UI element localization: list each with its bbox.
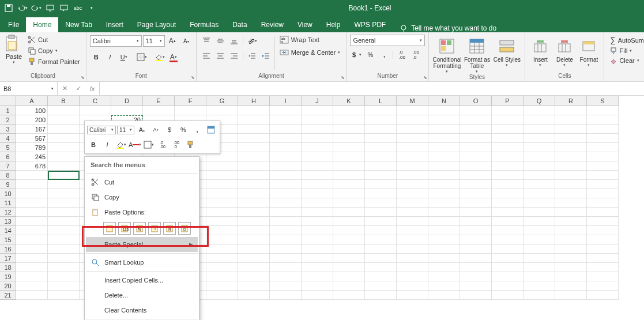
paste-formatting-icon[interactable]: % bbox=[163, 222, 176, 235]
orientation-icon[interactable]: ab▾ bbox=[246, 35, 258, 47]
cell[interactable] bbox=[302, 106, 333, 115]
cell[interactable] bbox=[428, 143, 460, 152]
cell[interactable] bbox=[16, 244, 48, 254]
cell[interactable]: 567 bbox=[16, 134, 48, 143]
cell[interactable] bbox=[365, 115, 397, 125]
spellcheck-icon[interactable]: abc bbox=[71, 2, 84, 14]
cell[interactable] bbox=[428, 235, 460, 244]
cell[interactable] bbox=[555, 189, 587, 198]
cell[interactable] bbox=[492, 171, 524, 180]
cell[interactable] bbox=[397, 244, 428, 254]
font-color-button[interactable]: A▾ bbox=[167, 51, 180, 63]
column-header[interactable]: K bbox=[333, 96, 365, 106]
paste-link-icon[interactable] bbox=[178, 222, 191, 235]
cell[interactable] bbox=[16, 226, 48, 235]
cell[interactable] bbox=[492, 291, 524, 300]
cell[interactable] bbox=[365, 235, 397, 244]
cell[interactable] bbox=[397, 106, 428, 115]
cell[interactable]: 245 bbox=[16, 152, 48, 161]
cell[interactable]: 200 bbox=[16, 115, 48, 125]
mini-table-icon[interactable] bbox=[205, 123, 217, 136]
bold-button[interactable]: B bbox=[90, 51, 103, 63]
increase-decimal-icon[interactable]: .0.00 bbox=[396, 48, 408, 61]
cell[interactable] bbox=[460, 161, 492, 171]
row-header[interactable]: 16 bbox=[0, 244, 16, 254]
cell[interactable] bbox=[524, 244, 555, 254]
mini-bold-icon[interactable]: B bbox=[87, 138, 100, 151]
cell[interactable] bbox=[492, 244, 524, 254]
cell[interactable] bbox=[555, 281, 587, 291]
column-header[interactable]: F bbox=[175, 96, 206, 106]
cell[interactable] bbox=[587, 263, 619, 272]
cell[interactable] bbox=[555, 134, 587, 143]
cell[interactable] bbox=[428, 106, 460, 115]
cell[interactable] bbox=[397, 180, 428, 189]
cell[interactable] bbox=[460, 217, 492, 226]
cell[interactable] bbox=[524, 125, 555, 134]
cell[interactable] bbox=[365, 254, 397, 263]
cell[interactable] bbox=[492, 226, 524, 235]
cell[interactable] bbox=[206, 281, 238, 291]
row-header[interactable]: 20 bbox=[0, 281, 16, 291]
cell[interactable] bbox=[238, 254, 270, 263]
cell[interactable] bbox=[492, 198, 524, 208]
cell[interactable] bbox=[587, 134, 619, 143]
cell[interactable] bbox=[270, 291, 302, 300]
cell[interactable] bbox=[302, 189, 333, 198]
cell[interactable] bbox=[48, 254, 80, 263]
mini-border-icon[interactable]: ▾ bbox=[142, 138, 155, 151]
cell[interactable] bbox=[238, 134, 270, 143]
cell[interactable] bbox=[397, 208, 428, 217]
cell[interactable] bbox=[587, 281, 619, 291]
qat-more-icon[interactable]: ▾ bbox=[85, 2, 98, 14]
cell[interactable] bbox=[555, 180, 587, 189]
cell[interactable] bbox=[555, 272, 587, 281]
cell[interactable] bbox=[333, 152, 365, 161]
cell[interactable] bbox=[587, 161, 619, 171]
mini-font-color-icon[interactable]: A▾ bbox=[129, 138, 141, 151]
cell[interactable] bbox=[238, 152, 270, 161]
font-name-select[interactable]: Calibri▾ bbox=[90, 35, 142, 47]
cell[interactable] bbox=[587, 208, 619, 217]
cell[interactable] bbox=[302, 263, 333, 272]
cell[interactable] bbox=[397, 171, 428, 180]
cell[interactable]: 789 bbox=[16, 143, 48, 152]
cell[interactable] bbox=[270, 115, 302, 125]
paste-all-icon[interactable] bbox=[103, 222, 116, 235]
cell[interactable] bbox=[143, 106, 175, 115]
cell[interactable] bbox=[238, 272, 270, 281]
cell[interactable] bbox=[428, 152, 460, 161]
cell[interactable] bbox=[333, 272, 365, 281]
cell[interactable] bbox=[365, 244, 397, 254]
cell[interactable] bbox=[206, 272, 238, 281]
cell[interactable] bbox=[555, 291, 587, 300]
row-header[interactable]: 6 bbox=[0, 152, 16, 161]
cell[interactable] bbox=[397, 161, 428, 171]
cell[interactable] bbox=[428, 115, 460, 125]
cell[interactable] bbox=[238, 281, 270, 291]
cell[interactable] bbox=[555, 217, 587, 226]
cell[interactable] bbox=[397, 235, 428, 244]
cell[interactable] bbox=[333, 244, 365, 254]
cell[interactable] bbox=[524, 106, 555, 115]
cell[interactable] bbox=[48, 281, 80, 291]
cell[interactable] bbox=[397, 281, 428, 291]
cell[interactable] bbox=[302, 254, 333, 263]
cell[interactable] bbox=[238, 263, 270, 272]
cell[interactable] bbox=[524, 226, 555, 235]
cell[interactable] bbox=[587, 226, 619, 235]
accounting-format-icon[interactable]: $▾ bbox=[350, 48, 363, 61]
column-header[interactable]: E bbox=[143, 96, 175, 106]
cell[interactable]: 678 bbox=[16, 161, 48, 171]
mini-increase-font-icon[interactable]: A▴ bbox=[135, 123, 148, 136]
cell[interactable] bbox=[428, 291, 460, 300]
delete-cells-button[interactable]: Delete▾ bbox=[553, 35, 576, 73]
cell[interactable] bbox=[524, 143, 555, 152]
cell[interactable] bbox=[238, 115, 270, 125]
cell[interactable] bbox=[524, 291, 555, 300]
cell[interactable] bbox=[270, 263, 302, 272]
cell[interactable] bbox=[270, 217, 302, 226]
cell[interactable] bbox=[524, 235, 555, 244]
cell[interactable] bbox=[428, 180, 460, 189]
cell[interactable] bbox=[492, 254, 524, 263]
